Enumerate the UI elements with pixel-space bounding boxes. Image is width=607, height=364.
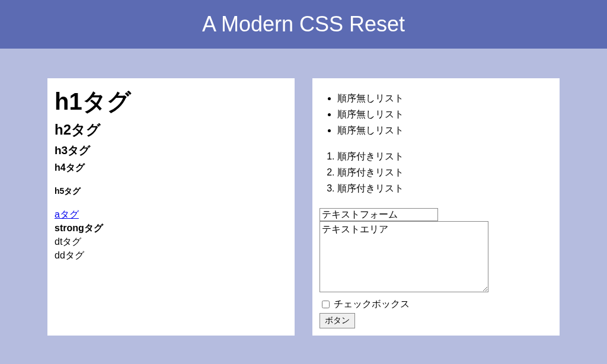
dd-tag: ddタグ (55, 250, 287, 262)
unordered-list: 順序無しリスト 順序無しリスト 順序無しリスト (320, 90, 552, 139)
dt-tag: dtタグ (55, 236, 287, 248)
list-item: 順序付きリスト (337, 180, 552, 196)
text-input[interactable] (320, 208, 438, 221)
h5-tag: h5タグ (55, 186, 287, 197)
main-container: h1タグ h2タグ h3タグ h4タグ h5タグ aタグ strongタグ dt… (0, 49, 607, 336)
list-item: 順序無しリスト (337, 90, 552, 106)
h2-tag: h2タグ (55, 120, 287, 139)
strong-tag: strongタグ (55, 222, 287, 235)
checkbox-input[interactable] (322, 301, 330, 308)
textarea[interactable] (320, 221, 488, 292)
ordered-list: 順序付きリスト 順序付きリスト 順序付きリスト (320, 148, 552, 197)
page-header: A Modern CSS Reset (0, 0, 607, 49)
h4-tag: h4タグ (55, 162, 287, 174)
list-item: 順序付きリスト (337, 148, 552, 164)
left-panel: h1タグ h2タグ h3タグ h4タグ h5タグ aタグ strongタグ dt… (47, 78, 295, 336)
checkbox-row: チェックボックス (320, 298, 552, 311)
anchor-tag[interactable]: aタグ (55, 209, 79, 221)
h1-tag: h1タグ (55, 85, 287, 118)
page-title: A Modern CSS Reset (202, 12, 405, 36)
checkbox-label: チェックボックス (334, 298, 410, 311)
list-item: 順序無しリスト (337, 106, 552, 122)
list-item: 順序無しリスト (337, 122, 552, 138)
submit-button[interactable]: ボタン (320, 313, 355, 328)
h3-tag: h3タグ (55, 143, 287, 158)
list-item: 順序付きリスト (337, 164, 552, 180)
right-panel: 順序無しリスト 順序無しリスト 順序無しリスト 順序付きリスト 順序付きリスト … (312, 78, 560, 336)
